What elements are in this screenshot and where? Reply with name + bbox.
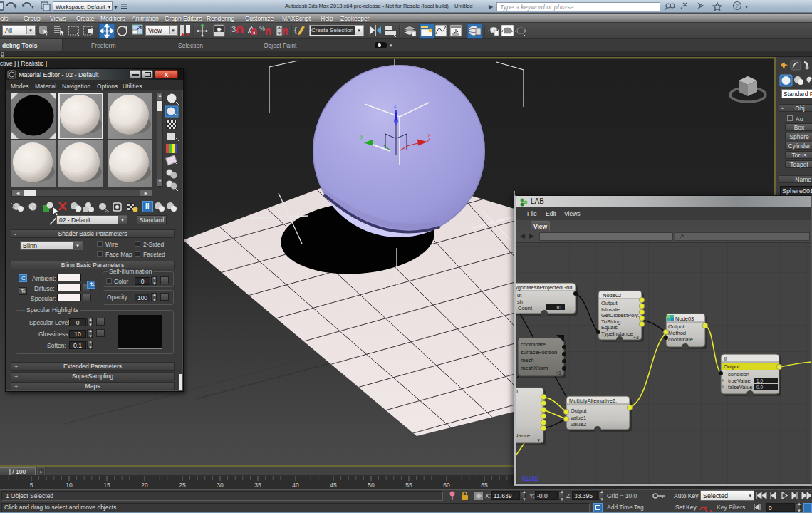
svg-text:value2: value2 [571,421,586,428]
svg-text:trueValue: trueValue [728,378,751,384]
svg-text:coordinate: coordinate [668,336,693,343]
svg-text:?: ? [736,3,739,9]
svg-text:ut: ut [517,292,522,299]
svg-text:3: 3 [231,25,236,33]
svg-text:▾: ▾ [114,4,118,11]
svg-text:1.0: 1.0 [756,378,763,383]
svg-text:coordinate: coordinate [521,341,546,348]
svg-text:Node03: Node03 [675,316,694,322]
svg-text:mesh: mesh [521,357,533,363]
svg-text:sh: sh [517,299,523,305]
svg-text:▾: ▾ [537,437,540,442]
svg-text:meshXform: meshXform [521,365,548,371]
svg-text:stance: stance [516,432,530,439]
svg-text:MultiplyAlternative2,: MultiplyAlternative2, [569,398,617,404]
svg-text:0.0: 0.0 [756,385,763,390]
svg-text:10: 10 [556,305,561,310]
svg-text:Method: Method [668,330,686,336]
svg-text:falseValue: falseValue [728,384,752,390]
svg-text:value1: value1 [571,415,586,421]
svg-text:%: % [259,25,265,32]
svg-text:+1: +1 [556,370,561,375]
svg-text:▶: ▶ [489,4,494,10]
svg-text:Node02: Node02 [603,292,621,299]
svg-text:Output: Output [724,363,740,370]
svg-text:TypeInstance: TypeInstance [601,331,633,337]
svg-text:+3: +3 [633,335,639,340]
svg-text:z: z [394,103,397,108]
svg-text:Output: Output [571,408,587,414]
svg-text:ygonMeshProjectedGrid: ygonMeshProjectedGrid [516,284,572,291]
svg-text:condition: condition [728,371,749,378]
svg-text:y: y [360,134,363,140]
svg-text:▾: ▾ [14,4,17,9]
svg-text:Count: Count [518,305,533,311]
svg-text:1: 1 [516,388,519,395]
svg-text:▾: ▾ [745,4,748,10]
svg-text:surfacePosition: surfacePosition [521,349,557,356]
svg-text:Output: Output [668,323,685,330]
svg-text:x: x [428,133,431,138]
svg-text:{: { [294,26,297,34]
svg-text:▾: ▾ [31,4,34,9]
